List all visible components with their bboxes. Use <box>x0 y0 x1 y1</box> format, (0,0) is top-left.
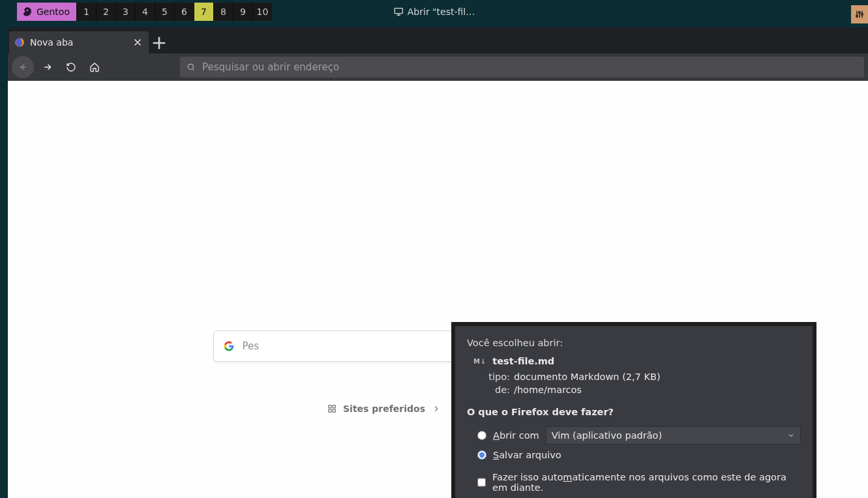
url-input[interactable] <box>202 61 858 73</box>
dialog-file-meta: tipo: documento Markdown (2,7 KB) de: /h… <box>467 372 801 395</box>
dialog-file-name: test-file.md <box>492 356 554 366</box>
tab-close-button[interactable] <box>132 37 143 48</box>
top-sites-toggle[interactable]: Sites preferidos <box>327 403 441 414</box>
svg-rect-6 <box>329 405 331 408</box>
distro-label: Gentoo <box>37 7 70 17</box>
download-dialog: Você escolheu abrir: M↓ test-file.md tip… <box>451 322 816 498</box>
plus-icon <box>149 33 170 53</box>
browser-window: Nova aba <box>8 27 868 498</box>
taskbar-window-title-text: Abrir "test-fil… <box>408 7 475 17</box>
monitor-icon <box>393 7 404 17</box>
url-bar[interactable] <box>180 57 864 78</box>
option-open-with[interactable]: Abrir com Vim (aplicativo padrão) <box>467 424 801 447</box>
auto-checkbox[interactable] <box>477 478 486 487</box>
sliders-icon <box>854 9 865 20</box>
svg-point-3 <box>861 14 863 16</box>
open-with-app-select[interactable]: Vim (aplicativo padrão) <box>546 426 801 445</box>
workspace-5[interactable]: 5 <box>155 3 174 21</box>
dialog-type-value: documento Markdown (2,7 KB) <box>514 372 801 382</box>
chevron-down-icon <box>787 432 795 439</box>
workspace-1[interactable]: 1 <box>76 3 96 21</box>
dialog-type-label: tipo: <box>486 372 514 382</box>
svg-point-2 <box>859 12 861 14</box>
workspace-10[interactable]: 10 <box>252 3 272 21</box>
new-tab-button[interactable] <box>149 33 170 53</box>
taskbar-settings[interactable] <box>851 5 868 23</box>
home-icon <box>89 62 100 72</box>
reload-icon <box>66 62 76 72</box>
save-file-label: Salvar arquivo <box>493 450 561 460</box>
markdown-icon: M↓ <box>473 358 486 365</box>
page-content: Sites preferidos Você escolheu abrir: M↓… <box>8 81 868 498</box>
dialog-from-value: /home/marcos <box>514 385 801 395</box>
save-file-radio[interactable] <box>477 450 486 460</box>
workspace-6[interactable]: 6 <box>174 3 194 21</box>
workspace-2[interactable]: 2 <box>96 3 115 21</box>
tab-strip: Nova aba <box>8 27 868 53</box>
arrow-right-icon <box>42 62 53 72</box>
auto-label: Fazer isso automaticamente nos arquivos … <box>492 472 801 493</box>
workspace-strip: Gentoo 1 2 3 4 5 6 7 8 9 10 <box>17 3 272 21</box>
dialog-question: O que o Firefox deve fazer? <box>467 407 801 417</box>
workspace-7[interactable]: 7 <box>194 3 213 21</box>
svg-rect-7 <box>333 405 335 408</box>
svg-rect-8 <box>329 409 331 412</box>
home-button[interactable] <box>85 57 104 77</box>
forward-button[interactable] <box>38 57 57 77</box>
workspace-4[interactable]: 4 <box>135 3 155 21</box>
gentoo-icon <box>22 7 33 17</box>
open-with-label: Abrir com <box>493 430 539 441</box>
close-icon <box>132 37 143 48</box>
svg-point-1 <box>856 15 858 17</box>
google-icon <box>223 340 235 352</box>
svg-rect-9 <box>333 409 335 412</box>
open-with-app-value: Vim (aplicativo padrão) <box>552 430 662 441</box>
tab-title: Nova aba <box>30 37 73 48</box>
option-auto[interactable]: Fazer isso automaticamente nos arquivos … <box>467 463 801 493</box>
top-sites-label: Sites preferidos <box>343 403 425 414</box>
browser-tab[interactable]: Nova aba <box>9 31 149 53</box>
dialog-intro: Você escolheu abrir: <box>467 338 801 348</box>
workspace-8[interactable]: 8 <box>213 3 233 21</box>
taskbar: Gentoo 1 2 3 4 5 6 7 8 9 10 Abrir "test-… <box>0 3 868 21</box>
grid-icon <box>327 404 337 413</box>
option-save-file[interactable]: Salvar arquivo <box>467 447 801 463</box>
nav-bar <box>8 53 868 81</box>
open-with-radio[interactable] <box>477 431 486 440</box>
svg-rect-0 <box>395 8 402 14</box>
workspace-9[interactable]: 9 <box>233 3 252 21</box>
reload-button[interactable] <box>61 57 81 77</box>
distro-badge[interactable]: Gentoo <box>17 3 76 21</box>
dialog-from-label: de: <box>486 385 514 395</box>
search-icon <box>187 63 196 72</box>
taskbar-window-title[interactable]: Abrir "test-fil… <box>393 3 475 21</box>
arrow-left-icon <box>18 62 28 72</box>
firefox-icon <box>14 37 25 48</box>
dialog-file-row: M↓ test-file.md <box>467 356 801 366</box>
chevron-right-icon <box>432 404 441 413</box>
back-button[interactable] <box>12 56 34 78</box>
svg-point-5 <box>188 64 193 69</box>
workspace-3[interactable]: 3 <box>115 3 135 21</box>
